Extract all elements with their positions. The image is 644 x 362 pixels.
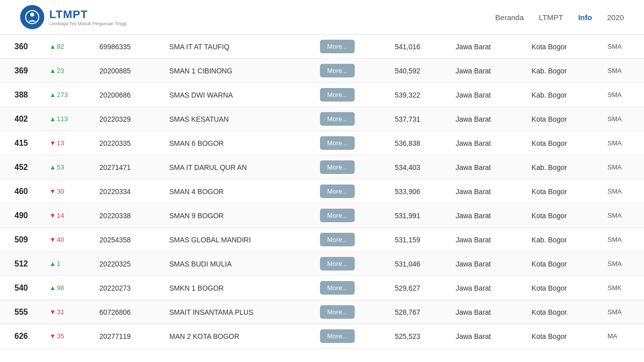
- school-name-cell: SMKN 1 BOGOR: [163, 276, 313, 300]
- more-button[interactable]: More...: [320, 88, 354, 102]
- npsn-cell: 69986335: [93, 35, 163, 59]
- brand-name: LTMPT: [49, 8, 127, 21]
- more-button[interactable]: More...: [320, 233, 354, 246]
- type-cell: SMA: [601, 35, 645, 59]
- province-cell: Jawa Barat: [449, 59, 525, 83]
- nav-link-beranda[interactable]: Beranda: [495, 13, 524, 22]
- score-cell: 539,322: [388, 83, 449, 107]
- change-cell: ▲53: [42, 155, 92, 179]
- change-value: 98: [57, 284, 64, 292]
- score-cell: 541,016: [388, 35, 449, 59]
- rank-cell: 540: [0, 276, 42, 300]
- nav-link-info[interactable]: Info: [578, 13, 592, 22]
- school-name-cell: SMA IT AT TAUFIQ: [163, 35, 313, 59]
- province-cell: Jawa Barat: [449, 300, 525, 324]
- table-container: 360 ▲82 69986335 SMA IT AT TAUFIQ More..…: [0, 35, 644, 348]
- arrow-up-icon: ▲: [49, 260, 56, 267]
- table-row: 360 ▲82 69986335 SMA IT AT TAUFIQ More..…: [0, 35, 644, 59]
- more-button-cell: More...: [313, 83, 387, 107]
- change-cell: ▲98: [42, 276, 92, 300]
- nav-link-ltmpt[interactable]: LTMPT: [539, 13, 563, 22]
- arrow-up-icon: ▲: [49, 91, 56, 99]
- table-row: 402 ▲113 20220329 SMAS KESATUAN More... …: [0, 107, 644, 131]
- more-button-cell: More...: [313, 204, 387, 228]
- province-cell: Jawa Barat: [449, 107, 525, 131]
- more-button[interactable]: More...: [320, 305, 354, 319]
- rank-cell: 512: [0, 252, 42, 276]
- arrow-down-icon: ▼: [49, 188, 56, 195]
- score-cell: 525,523: [388, 324, 449, 348]
- rank-cell: 402: [0, 107, 42, 131]
- more-button[interactable]: More...: [320, 209, 354, 222]
- change-value: 1: [57, 260, 60, 267]
- city-cell: Kota Bogor: [525, 179, 601, 204]
- rank-cell: 509: [0, 228, 42, 252]
- city-cell: Kota Bogor: [525, 324, 601, 348]
- npsn-cell: 20220329: [93, 107, 163, 131]
- change-value: 82: [57, 43, 64, 50]
- arrow-up-icon: ▲: [49, 284, 56, 292]
- rank-cell: 360: [0, 35, 42, 59]
- more-button[interactable]: More...: [320, 112, 354, 126]
- school-name-cell: SMAS GLOBAL MANDIRI: [163, 228, 313, 252]
- more-button[interactable]: More...: [320, 329, 354, 343]
- change-cell: ▼14: [42, 204, 92, 228]
- arrow-down-icon: ▼: [49, 212, 56, 219]
- change-cell: ▲1: [42, 252, 92, 276]
- table-row: 415 ▼13 20220335 SMAN 6 BOGOR More... 53…: [0, 131, 644, 155]
- table-row: 540 ▲98 20220273 SMKN 1 BOGOR More... 52…: [0, 276, 644, 300]
- school-name-cell: SMAS BUDI MULIA: [163, 252, 313, 276]
- navbar: LTMPT Lembaga Tes Masuk Perguruan Tinggi…: [0, 0, 644, 35]
- province-cell: Jawa Barat: [449, 155, 525, 179]
- rank-cell: 490: [0, 204, 42, 228]
- type-cell: SMA: [601, 204, 645, 228]
- table-row: 509 ▼40 20254358 SMAS GLOBAL MANDIRI Mor…: [0, 228, 644, 252]
- more-button[interactable]: More...: [320, 40, 354, 53]
- npsn-cell: 20200686: [93, 83, 163, 107]
- change-value: 273: [57, 91, 68, 99]
- change-cell: ▲113: [42, 107, 92, 131]
- type-cell: SMA: [601, 83, 645, 107]
- more-button-cell: More...: [313, 35, 387, 59]
- school-name-cell: SMA IT DARUL QUR AN: [163, 155, 313, 179]
- province-cell: Jawa Barat: [449, 324, 525, 348]
- nav-link-2020[interactable]: 2020: [607, 13, 624, 22]
- arrow-down-icon: ▼: [49, 236, 56, 243]
- more-button[interactable]: More...: [320, 257, 354, 270]
- city-cell: Kab. Bogor: [525, 228, 601, 252]
- city-cell: Kab. Bogor: [525, 59, 601, 83]
- table-row: 626 ▼35 20277119 MAN 2 KOTA BOGOR More..…: [0, 324, 644, 348]
- score-cell: 531,991: [388, 204, 449, 228]
- score-cell: 534,403: [388, 155, 449, 179]
- arrow-up-icon: ▲: [49, 43, 56, 50]
- more-button-cell: More...: [313, 324, 387, 348]
- npsn-cell: 60726806: [93, 300, 163, 324]
- city-cell: Kab. Bogor: [525, 155, 601, 179]
- province-cell: Jawa Barat: [449, 179, 525, 204]
- type-cell: SMA: [601, 228, 645, 252]
- score-cell: 529,627: [388, 276, 449, 300]
- arrow-down-icon: ▼: [49, 308, 56, 316]
- more-button-cell: More...: [313, 179, 387, 204]
- change-value: 53: [57, 163, 64, 171]
- province-cell: Jawa Barat: [449, 276, 525, 300]
- arrow-down-icon: ▼: [49, 332, 56, 340]
- change-value: 31: [57, 308, 64, 316]
- school-name-cell: SMAS DWI WARNA: [163, 83, 313, 107]
- change-value: 30: [57, 188, 64, 195]
- score-cell: 540,592: [388, 59, 449, 83]
- more-button[interactable]: More...: [320, 281, 354, 295]
- rank-cell: 388: [0, 83, 42, 107]
- more-button[interactable]: More...: [320, 136, 354, 150]
- arrow-up-icon: ▲: [49, 115, 56, 123]
- change-value: 113: [57, 115, 68, 123]
- more-button[interactable]: More...: [320, 160, 354, 174]
- province-cell: Jawa Barat: [449, 83, 525, 107]
- province-cell: Jawa Barat: [449, 204, 525, 228]
- score-cell: 528,767: [388, 300, 449, 324]
- change-cell: ▲82: [42, 35, 92, 59]
- more-button[interactable]: More...: [320, 64, 354, 77]
- score-cell: 536,838: [388, 131, 449, 155]
- npsn-cell: 20220273: [93, 276, 163, 300]
- more-button[interactable]: More...: [320, 185, 354, 198]
